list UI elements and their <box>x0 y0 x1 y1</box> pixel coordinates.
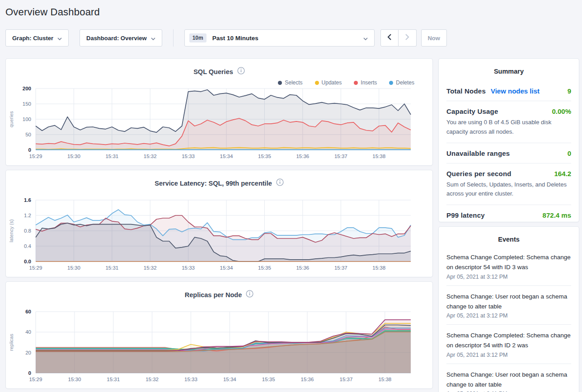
time-range-picker[interactable]: 10m Past 10 Minutes <box>184 29 375 47</box>
chart-area[interactable]: 05010015020015:2915:3015:3115:3215:3315:… <box>6 86 432 163</box>
svg-text:15:32: 15:32 <box>144 265 157 271</box>
svg-text:queries: queries <box>9 111 14 127</box>
svg-text:15:34: 15:34 <box>220 265 233 271</box>
event-item: Schema Change Completed: Schema change o… <box>446 247 571 286</box>
svg-text:0: 0 <box>28 370 31 376</box>
svg-text:60: 60 <box>25 309 31 314</box>
chart-title: Service Latency: SQL, 99th percentile <box>155 180 272 187</box>
chart-area[interactable]: 0.00.40.81.21.615:2915:3015:3115:3215:33… <box>6 197 432 274</box>
toolbar-divider <box>173 29 174 47</box>
summary-rows: Total NodesView nodes list9Capacity Usag… <box>446 81 571 225</box>
svg-text:15:29: 15:29 <box>29 265 42 271</box>
time-forward-button[interactable] <box>399 29 417 47</box>
events-list: Schema Change Completed: Schema change o… <box>446 247 571 392</box>
legend-item-updates: Updates <box>315 79 342 86</box>
svg-text:1.2: 1.2 <box>24 213 31 218</box>
chart-title: Replicas per Node <box>185 291 242 299</box>
toolbar: Graph: Cluster Dashboard: Overview 10m P… <box>5 29 579 47</box>
events-title: Events <box>446 227 571 243</box>
svg-text:50: 50 <box>25 132 31 137</box>
chart-legend: SelectsUpdatesInsertsDeletes <box>278 79 414 86</box>
service-latency-chart-panel: Service Latency: SQL, 99th percentile 0.… <box>5 170 433 277</box>
svg-text:200: 200 <box>23 86 31 91</box>
time-nav-group <box>380 29 417 47</box>
svg-text:latency (s): latency (s) <box>9 219 14 243</box>
svg-text:15:36: 15:36 <box>301 377 314 382</box>
summary-value: 872.4 ms <box>543 211 571 219</box>
time-back-button[interactable] <box>380 29 399 47</box>
svg-text:15:31: 15:31 <box>105 154 118 159</box>
svg-text:15:37: 15:37 <box>334 154 347 159</box>
svg-text:15:38: 15:38 <box>372 154 385 159</box>
info-icon[interactable] <box>246 290 253 299</box>
summary-value: 0.00% <box>552 107 571 115</box>
chevron-left-icon <box>387 34 391 42</box>
info-icon[interactable] <box>276 178 284 188</box>
summary-value: 0 <box>568 149 571 157</box>
svg-text:15:30: 15:30 <box>67 265 80 271</box>
dashboard-dropdown[interactable]: Dashboard: Overview <box>80 29 162 47</box>
svg-text:1.6: 1.6 <box>24 197 31 203</box>
svg-text:15:31: 15:31 <box>105 265 118 271</box>
svg-text:15:36: 15:36 <box>296 265 309 271</box>
summary-row: Total NodesView nodes list9 <box>446 81 571 101</box>
event-text: Schema Change: User root began a schema … <box>446 292 571 312</box>
graph-dropdown-label: Graph: Cluster <box>12 35 53 42</box>
svg-text:0: 0 <box>28 147 31 153</box>
event-item: Schema Change Completed: Schema change o… <box>446 325 571 364</box>
summary-label: Capacity Usage <box>446 107 498 115</box>
svg-text:150: 150 <box>23 101 31 107</box>
svg-text:15:34: 15:34 <box>223 377 236 382</box>
chevron-down-icon <box>363 34 368 42</box>
sidebar-column: Summary Total NodesView nodes list9Capac… <box>438 58 579 392</box>
event-timestamp: Apr 05, 2021 at 3:12 PM <box>446 274 571 280</box>
svg-text:15:35: 15:35 <box>262 377 275 382</box>
chart-title: SQL Queries <box>193 68 233 75</box>
event-timestamp: Apr 05, 2021 at 3:12 PM <box>446 313 571 319</box>
svg-text:15:32: 15:32 <box>144 154 157 159</box>
summary-row: P99 latency872.4 ms <box>446 205 571 225</box>
event-item: Schema Change: User root began a schema … <box>446 286 571 325</box>
info-icon[interactable] <box>237 67 245 76</box>
svg-text:0.4: 0.4 <box>24 243 32 249</box>
summary-label: P99 latency <box>446 211 485 219</box>
svg-text:replicas: replicas <box>9 334 14 351</box>
sql-queries-chart-panel: SQL Queries SelectsUpdatesInsertsDeletes… <box>5 58 433 166</box>
summary-value: 9 <box>568 87 571 95</box>
summary-label: Total Nodes <box>446 87 486 95</box>
svg-text:40: 40 <box>25 329 31 335</box>
time-range-label: Past 10 Minutes <box>212 35 258 42</box>
chevron-down-icon <box>151 35 155 42</box>
event-text: Schema Change Completed: Schema change o… <box>446 252 571 273</box>
content: SQL Queries SelectsUpdatesInsertsDeletes… <box>5 58 579 392</box>
summary-row: Queries per second164.2Sum of Selects, U… <box>446 163 571 205</box>
svg-text:15:38: 15:38 <box>372 265 385 271</box>
view-nodes-link[interactable]: View nodes list <box>491 87 540 95</box>
svg-text:15:31: 15:31 <box>107 377 120 382</box>
svg-text:15:29: 15:29 <box>29 377 42 382</box>
now-button[interactable]: Now <box>421 29 447 47</box>
legend-dot-icon <box>278 81 282 85</box>
svg-text:15:33: 15:33 <box>182 154 195 159</box>
charts-column: SQL Queries SelectsUpdatesInsertsDeletes… <box>5 58 433 392</box>
event-timestamp: Apr 05, 2021 at 3:12 PM <box>446 352 571 358</box>
svg-text:15:37: 15:37 <box>340 377 353 382</box>
graph-dropdown[interactable]: Graph: Cluster <box>5 29 69 47</box>
svg-text:15:34: 15:34 <box>220 154 233 159</box>
now-button-label: Now <box>427 35 440 42</box>
summary-label: Queries per second <box>446 170 512 177</box>
legend-label: Selects <box>285 79 302 86</box>
svg-text:15:32: 15:32 <box>146 377 159 382</box>
svg-text:15:38: 15:38 <box>378 377 391 382</box>
summary-row: Unavailable ranges0 <box>446 143 571 163</box>
svg-text:15:30: 15:30 <box>67 154 80 159</box>
svg-text:15:30: 15:30 <box>68 377 81 382</box>
svg-text:0.0: 0.0 <box>24 259 31 264</box>
legend-dot-icon <box>389 81 393 85</box>
chevron-down-icon <box>57 35 62 42</box>
chart-area[interactable]: 020406015:2915:3015:3115:3215:3315:3415:… <box>6 309 432 386</box>
svg-text:15:35: 15:35 <box>258 265 271 271</box>
legend-dot-icon <box>315 81 319 85</box>
summary-title: Summary <box>446 59 571 75</box>
summary-description: Sum of Selects, Updates, Inserts, and De… <box>446 180 571 199</box>
